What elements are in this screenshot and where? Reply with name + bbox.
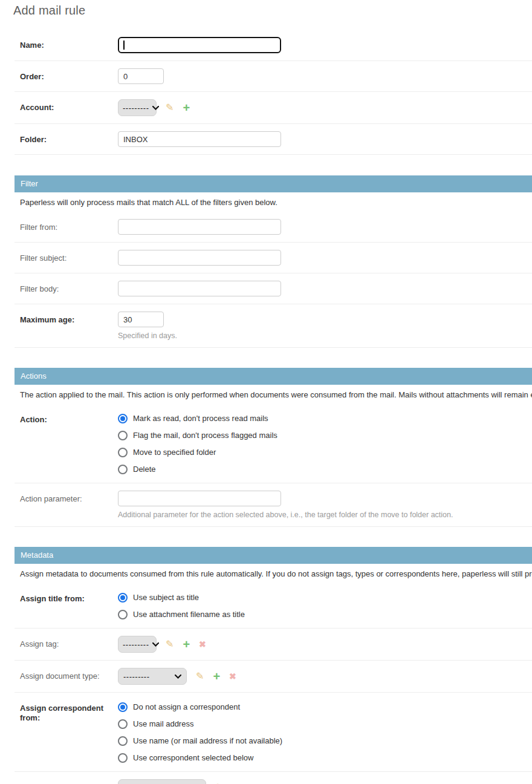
add-plus-icon[interactable]: + — [183, 638, 190, 650]
radio-button-icon[interactable] — [118, 719, 128, 729]
form-row-assign-correspondent-from: Assign correspondent from: Do not assign… — [15, 693, 532, 772]
form-row-folder: Folder: — [15, 124, 532, 155]
radio-button-icon[interactable] — [118, 465, 128, 474]
module-filter: Filter Paperless will only process mails… — [15, 175, 532, 348]
edit-pencil-icon[interactable]: ✎ — [196, 671, 204, 681]
title-option-subject[interactable]: Use subject as title — [118, 593, 245, 603]
metadata-section-header: Metadata — [15, 547, 532, 564]
filter-from-input[interactable] — [118, 219, 281, 235]
account-label: Account: — [15, 99, 118, 113]
action-option-flag-mail[interactable]: Flag the mail, don't process flagged mai… — [118, 431, 277, 440]
form-row-maximum-age: Maximum age: Specified in days. — [15, 304, 532, 348]
filter-section-description: Paperless will only process mails that m… — [15, 192, 532, 212]
radio-button-icon[interactable] — [118, 736, 128, 746]
folder-label: Folder: — [15, 131, 118, 145]
filter-body-input[interactable] — [118, 281, 281, 296]
radio-button-icon[interactable] — [118, 431, 128, 440]
form-row-assign-tag: Assign tag: --------- ✎ + ✖ — [15, 629, 532, 661]
assign-document-type-select-value: --------- — [123, 672, 149, 681]
filter-body-label: Filter body: — [15, 281, 118, 294]
assign-tag-select-value: --------- — [123, 640, 149, 649]
add-plus-icon[interactable]: + — [183, 102, 190, 114]
actions-section-description: The action applied to the mail. This act… — [15, 385, 532, 404]
page-title: Add mail rule — [0, 0, 532, 19]
form-row-assign-document-type: Assign document type: --------- ✎ + ✖ — [15, 661, 532, 693]
filter-subject-label: Filter subject: — [15, 250, 118, 263]
action-option-mark-as-read[interactable]: Mark as read, don't process read mails — [118, 414, 277, 423]
assign-document-type-select[interactable]: --------- — [118, 668, 187, 685]
maximum-age-input[interactable] — [118, 312, 164, 327]
form-row-account: Account: --------- ✎ + — [15, 92, 532, 124]
assign-tag-label: Assign tag: — [15, 636, 118, 649]
chevron-down-icon — [175, 675, 181, 679]
chevron-down-icon — [152, 642, 159, 647]
assign-title-radio-group: Use subject as title Use attachment file… — [118, 590, 245, 621]
form-row-assign-title-from: Assign title from: Use subject as title … — [15, 583, 532, 629]
order-label: Order: — [15, 68, 118, 82]
maximum-age-label: Maximum age: — [15, 312, 118, 325]
text-cursor — [123, 41, 125, 50]
form-row-order: Order: — [15, 61, 532, 92]
form-row-action-parameter: Action parameter: Additional parameter f… — [15, 483, 532, 527]
correspondent-option-selected-below[interactable]: Use correspondent selected below — [118, 753, 282, 763]
assign-correspondent-select[interactable]: --------- — [118, 779, 206, 784]
form-row-filter-body: Filter body: — [15, 273, 532, 304]
assign-document-type-label: Assign document type: — [15, 668, 118, 681]
action-radio-group: Mark as read, don't process read mails F… — [118, 411, 277, 475]
chevron-down-icon — [152, 106, 159, 110]
maximum-age-help: Specified in days. — [118, 332, 177, 340]
assign-correspondent-from-label: Assign correspondent from: — [15, 700, 118, 723]
form-row-name: Name: — [15, 30, 532, 61]
radio-button-icon[interactable] — [118, 593, 128, 603]
radio-button-icon[interactable] — [118, 414, 128, 423]
radio-button-icon[interactable] — [118, 448, 128, 457]
assign-title-from-label: Assign title from: — [15, 590, 118, 604]
page-canvas: Add mail rule Name: Order: Account: ----… — [0, 0, 532, 784]
account-select[interactable]: --------- — [118, 99, 157, 116]
module-actions: Actions The action applied to the mail. … — [15, 368, 532, 527]
name-input[interactable] — [118, 37, 281, 53]
add-plus-icon[interactable]: + — [232, 782, 239, 784]
module-basic: Name: Order: Account: --------- ✎ — [15, 30, 532, 155]
delete-cross-icon[interactable]: ✖ — [199, 640, 206, 648]
action-option-delete[interactable]: Delete — [118, 465, 277, 474]
form-row-filter-subject: Filter subject: — [15, 243, 532, 273]
filter-section-header: Filter — [15, 175, 532, 192]
radio-button-icon[interactable] — [118, 702, 128, 712]
title-option-attachment-filename[interactable]: Use attachment filename as title — [118, 610, 245, 619]
form-row-filter-from: Filter from: — [15, 212, 532, 243]
edit-pencil-icon[interactable]: ✎ — [166, 639, 174, 649]
correspondent-option-none[interactable]: Do not assign a correspondent — [118, 702, 282, 712]
action-parameter-help: Additional parameter for the action sele… — [118, 511, 453, 519]
actions-section-header: Actions — [15, 368, 532, 385]
filter-from-label: Filter from: — [15, 219, 118, 232]
form-row-action: Action: Mark as read, don't process read… — [15, 404, 532, 483]
name-label: Name: — [15, 37, 118, 50]
account-select-value: --------- — [123, 103, 149, 113]
radio-button-icon[interactable] — [118, 610, 128, 619]
order-input[interactable] — [118, 68, 164, 84]
metadata-section-description: Assign metadata to documents consumed fr… — [15, 564, 532, 583]
action-label: Action: — [15, 411, 118, 425]
action-parameter-input[interactable] — [118, 491, 281, 506]
form-row-assign-correspondent: Assign correspondent: --------- ✎ + ✖ — [15, 772, 532, 784]
correspondent-option-name[interactable]: Use name (or mail address if not availab… — [118, 736, 282, 746]
filter-subject-input[interactable] — [118, 250, 281, 266]
edit-pencil-icon[interactable]: ✎ — [166, 103, 174, 113]
module-metadata: Metadata Assign metadata to documents co… — [15, 547, 532, 784]
action-parameter-label: Action parameter: — [15, 491, 118, 504]
assign-correspondent-radio-group: Do not assign a correspondent Use mail a… — [118, 700, 282, 764]
correspondent-option-mail-address[interactable]: Use mail address — [118, 719, 282, 729]
assign-tag-select[interactable]: --------- — [118, 636, 157, 653]
assign-correspondent-label: Assign correspondent: — [15, 779, 118, 784]
add-plus-icon[interactable]: + — [213, 670, 220, 682]
action-option-move-folder[interactable]: Move to specified folder — [118, 448, 277, 457]
delete-cross-icon[interactable]: ✖ — [229, 672, 236, 681]
folder-input[interactable] — [118, 131, 281, 147]
radio-button-icon[interactable] — [118, 753, 128, 763]
